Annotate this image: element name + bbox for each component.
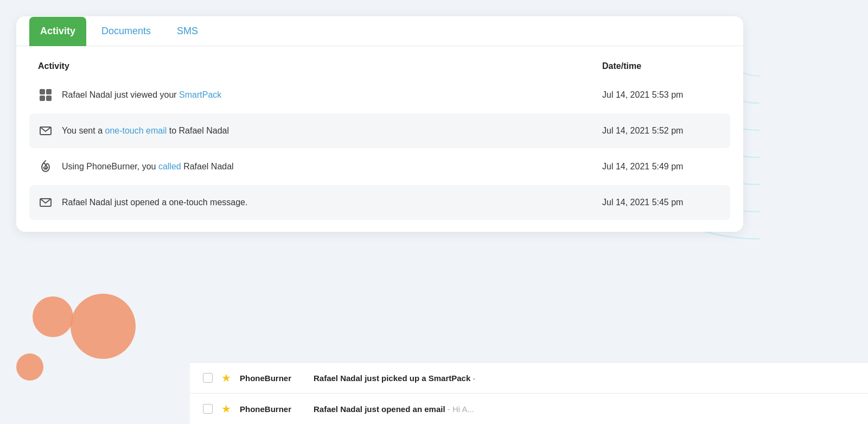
activity-text-3: Using PhoneBurner, you called Rafael Nad… — [62, 162, 234, 172]
email-icon-2 — [38, 195, 53, 210]
phone-burner-icon — [38, 159, 53, 174]
activity-left: Rafael Nadal just viewed your SmartPack — [38, 87, 602, 103]
smartpack-icon — [38, 87, 53, 103]
checkbox-1[interactable] — [203, 373, 213, 383]
activity-text-4: Rafael Nadal just opened a one-touch mes… — [62, 198, 247, 207]
notification-list: ★ PhoneBurner Rafael Nadal just picked u… — [190, 362, 868, 424]
notif-text-2: Rafael Nadal just opened an email - Hi A… — [314, 404, 474, 414]
col-header-activity: Activity — [38, 61, 69, 71]
orange-circle-medium — [33, 296, 73, 337]
table-row: Using PhoneBurner, you called Rafael Nad… — [29, 149, 730, 184]
col-header-datetime: Date/time — [602, 61, 722, 71]
activity-text-2: You sent a one-touch email to Rafael Nad… — [62, 126, 229, 136]
tab-sms[interactable]: SMS — [166, 17, 209, 46]
table-row: You sent a one-touch email to Rafael Nad… — [29, 113, 730, 148]
one-touch-email-link[interactable]: one-touch email — [105, 126, 167, 135]
activity-date-2: Jul 14, 2021 5:52 pm — [602, 126, 722, 136]
activity-left: Using PhoneBurner, you called Rafael Nad… — [38, 159, 602, 174]
activity-left: Rafael Nadal just opened a one-touch mes… — [38, 195, 602, 210]
email-icon — [38, 123, 53, 138]
tab-documents[interactable]: Documents — [91, 17, 162, 46]
activity-date-3: Jul 14, 2021 5:49 pm — [602, 162, 722, 172]
activity-left: You sent a one-touch email to Rafael Nad… — [38, 123, 602, 138]
notif-sender-2: PhoneBurner — [240, 404, 305, 414]
called-link[interactable]: called — [158, 162, 181, 171]
star-icon-1: ★ — [221, 371, 231, 384]
activity-date-1: Jul 14, 2021 5:53 pm — [602, 90, 722, 100]
tab-activity[interactable]: Activity — [29, 17, 86, 46]
table-row: Rafael Nadal just opened a one-touch mes… — [29, 185, 730, 220]
table-header: Activity Date/time — [29, 57, 730, 78]
star-icon-2: ★ — [221, 402, 231, 415]
notif-sender-1: PhoneBurner — [240, 374, 305, 383]
smartpack-link[interactable]: SmartPack — [179, 90, 221, 99]
notif-row-1: ★ PhoneBurner Rafael Nadal just picked u… — [190, 362, 868, 393]
table-row: Rafael Nadal just viewed your SmartPack … — [29, 78, 730, 112]
orange-circle-large — [71, 294, 136, 359]
orange-circle-small — [16, 353, 43, 381]
notif-row-2: ★ PhoneBurner Rafael Nadal just opened a… — [190, 393, 868, 424]
notif-text-1: Rafael Nadal just picked up a SmartPack … — [314, 374, 475, 383]
activity-date-4: Jul 14, 2021 5:45 pm — [602, 198, 722, 207]
activity-table: Activity Date/time Rafael Nadal just vie… — [16, 46, 743, 232]
activity-text-1: Rafael Nadal just viewed your SmartPack — [62, 90, 221, 100]
checkbox-2[interactable] — [203, 404, 213, 414]
activity-card: Activity Documents SMS Activity Date/tim… — [16, 16, 743, 232]
tab-bar: Activity Documents SMS — [16, 16, 743, 46]
